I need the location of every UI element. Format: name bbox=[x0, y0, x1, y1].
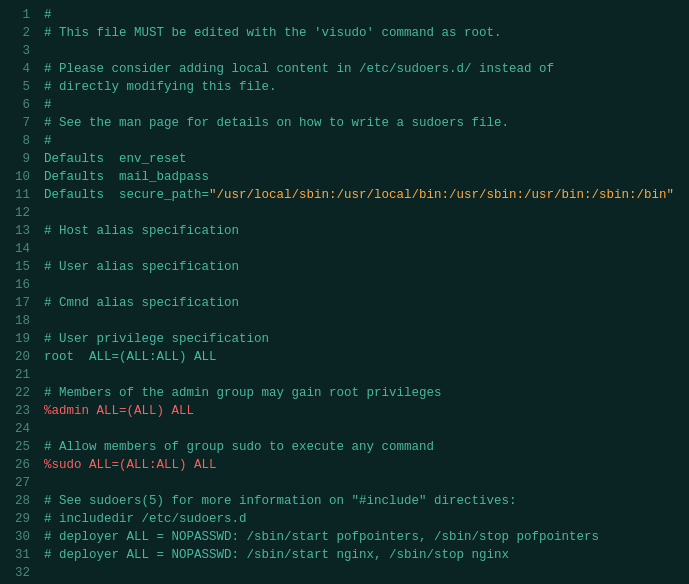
line-number: 26 bbox=[4, 456, 30, 474]
line-number: 3 bbox=[4, 42, 30, 60]
code-line: root ALL=(ALL:ALL) ALL bbox=[44, 348, 689, 366]
code-line: # Cmnd alias specification bbox=[44, 294, 689, 312]
code-line: # deployer ALL = NOPASSWD: /sbin/start n… bbox=[44, 546, 689, 564]
line-number: 25 bbox=[4, 438, 30, 456]
code-line bbox=[44, 474, 689, 492]
line-number: 10 bbox=[4, 168, 30, 186]
code-line: # Host alias specification bbox=[44, 222, 689, 240]
code-area[interactable]: ## This file MUST be edited with the 'vi… bbox=[36, 4, 689, 584]
code-line: %sudo ALL=(ALL:ALL) ALL bbox=[44, 456, 689, 474]
line-number: 14 bbox=[4, 240, 30, 258]
line-number: 8 bbox=[4, 132, 30, 150]
line-number: 5 bbox=[4, 78, 30, 96]
code-line: # See the man page for details on how to… bbox=[44, 114, 689, 132]
code-line bbox=[44, 240, 689, 258]
line-number: 24 bbox=[4, 420, 30, 438]
code-line: # User privilege specification bbox=[44, 330, 689, 348]
code-line bbox=[44, 42, 689, 60]
code-line: # directly modifying this file. bbox=[44, 78, 689, 96]
code-line: # Allow members of group sudo to execute… bbox=[44, 438, 689, 456]
line-number: 11 bbox=[4, 186, 30, 204]
code-line bbox=[44, 276, 689, 294]
code-line: # includedir /etc/sudoers.d bbox=[44, 510, 689, 528]
code-line: # bbox=[44, 96, 689, 114]
code-line: %admin ALL=(ALL) ALL bbox=[44, 402, 689, 420]
code-line: Defaults mail_badpass bbox=[44, 168, 689, 186]
line-number: 18 bbox=[4, 312, 30, 330]
line-number: 13 bbox=[4, 222, 30, 240]
line-number: 19 bbox=[4, 330, 30, 348]
line-number: 12 bbox=[4, 204, 30, 222]
code-line: # User alias specification bbox=[44, 258, 689, 276]
code-line: # bbox=[44, 132, 689, 150]
line-number: 22 bbox=[4, 384, 30, 402]
line-number: 16 bbox=[4, 276, 30, 294]
code-line: # Members of the admin group may gain ro… bbox=[44, 384, 689, 402]
line-number: 21 bbox=[4, 366, 30, 384]
line-number: 4 bbox=[4, 60, 30, 78]
line-number: 30 bbox=[4, 528, 30, 546]
line-number: 17 bbox=[4, 294, 30, 312]
line-number: 6 bbox=[4, 96, 30, 114]
code-line bbox=[44, 420, 689, 438]
line-number: 31 bbox=[4, 546, 30, 564]
line-number: 20 bbox=[4, 348, 30, 366]
editor: 1234567891011121314151617181920212223242… bbox=[0, 0, 689, 584]
code-line bbox=[44, 312, 689, 330]
code-line: # Please consider adding local content i… bbox=[44, 60, 689, 78]
code-line: Defaults env_reset bbox=[44, 150, 689, 168]
line-number: 7 bbox=[4, 114, 30, 132]
code-line: # See sudoers(5) for more information on… bbox=[44, 492, 689, 510]
code-line: Defaults secure_path="/usr/local/sbin:/u… bbox=[44, 186, 689, 204]
line-number: 23 bbox=[4, 402, 30, 420]
line-number: 32 bbox=[4, 564, 30, 582]
line-number: 29 bbox=[4, 510, 30, 528]
code-line bbox=[44, 564, 689, 582]
code-line bbox=[44, 366, 689, 384]
line-numbers: 1234567891011121314151617181920212223242… bbox=[0, 4, 36, 584]
code-line: # deployer ALL = NOPASSWD: /sbin/start p… bbox=[44, 528, 689, 546]
code-line bbox=[44, 204, 689, 222]
line-number: 27 bbox=[4, 474, 30, 492]
line-number: 15 bbox=[4, 258, 30, 276]
code-line: # bbox=[44, 6, 689, 24]
line-number: 28 bbox=[4, 492, 30, 510]
line-number: 2 bbox=[4, 24, 30, 42]
line-number: 1 bbox=[4, 6, 30, 24]
code-line: # This file MUST be edited with the 'vis… bbox=[44, 24, 689, 42]
line-number: 9 bbox=[4, 150, 30, 168]
